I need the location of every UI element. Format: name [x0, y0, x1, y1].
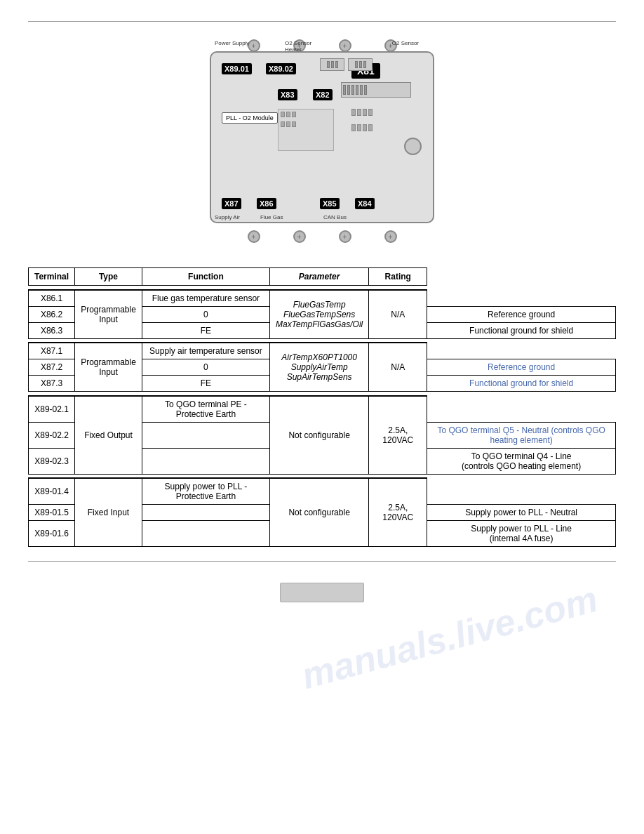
terminal-x89-02: X89.02: [266, 63, 296, 74]
cell-parameter: Not configurable: [269, 478, 368, 547]
col-rating: Rating: [369, 268, 427, 286]
terminal-x87: X87: [222, 198, 241, 209]
table-row: X87.1 ProgrammableInput Supply air tempe…: [29, 343, 616, 359]
cell-type: Fixed Output: [75, 396, 142, 475]
label-flue-gas: Flue Gas: [260, 214, 283, 220]
cell-terminal: X89-02.3: [29, 448, 75, 474]
connector-block-2: [348, 58, 373, 71]
cell-function-text: To QGO terminal Q5 - Neutral (controls Q…: [427, 422, 616, 448]
connector-block-1: [320, 58, 344, 71]
bolt-bottom-3: [339, 230, 351, 243]
label-supply-air: Supply Air: [215, 214, 240, 220]
cell-terminal: X87.3: [29, 376, 75, 392]
terminal-x82: X82: [313, 89, 333, 100]
table-row: X89-01.4 Fixed Input Supply power to PLL…: [29, 478, 616, 505]
cell-parameter: Not configurable: [269, 396, 368, 475]
cell-parameter: FlueGasTempFlueGasTempSensMaxTempFlGasGa…: [269, 290, 368, 339]
cell-parameter: AirTempX60PT1000SupplyAirTempSupAirTempS…: [269, 343, 368, 392]
bolt-bottom-1: [248, 230, 260, 243]
cell-function: FE: [142, 376, 269, 392]
cell-function: 0: [142, 359, 269, 376]
bottom-button-area: [28, 583, 616, 602]
label-o2-sensor: O2 Sensor: [392, 40, 419, 46]
cell-terminal: X87.2: [29, 359, 75, 376]
cell-rating: N/A: [369, 343, 427, 392]
label-can-bus: CAN Bus: [323, 214, 347, 220]
cell-terminal: X86.3: [29, 322, 75, 338]
cell-function: To QGO terminal PE - Protective Earth: [142, 396, 269, 423]
terminal-table: Terminal Type Function Parameter Rating …: [28, 267, 616, 547]
terminal-x89-01: X89.01: [222, 63, 252, 74]
label-power-supply: Power Supply: [215, 40, 249, 46]
cell-function-text: Supply power to PLL - Line(internal 4A f…: [427, 521, 616, 547]
cell-function-text: Reference ground: [427, 359, 616, 376]
page-button[interactable]: [280, 583, 364, 602]
table-row: X89-02.1 Fixed Output To QGO terminal PE…: [29, 396, 616, 423]
cell-rating: 2.5A, 120VAC: [369, 478, 427, 547]
cell-terminal: X89-02.2: [29, 422, 75, 448]
terminal-x85: X85: [320, 198, 340, 209]
cell-rating: 2.5A, 120VAC: [369, 396, 427, 475]
top-rule: [28, 21, 616, 22]
right-connectors: [351, 109, 422, 158]
terminal-x86: X86: [257, 198, 276, 209]
cell-rating: N/A: [369, 290, 427, 339]
cell-function-text: Functional ground for shield: [427, 322, 616, 338]
col-parameter: Parameter: [269, 268, 368, 286]
cell-function: 0: [142, 306, 269, 322]
bolt-bottom-2: [293, 230, 306, 243]
cell-function-text: Supply power to PLL - Neutral: [427, 505, 616, 521]
spare-connectors: [341, 82, 411, 98]
bolt-bottom-4: [384, 230, 397, 243]
cell-function: FE: [142, 322, 269, 338]
cell-terminal: X89-02.1: [29, 396, 75, 423]
table-row: X86.1 ProgrammableInput Flue gas tempera…: [29, 290, 616, 307]
cell-terminal: X86.2: [29, 306, 75, 322]
cell-function: Supply power to PLL - Protective Earth: [142, 478, 269, 505]
bolt-top-3: [339, 39, 351, 52]
terminal-x84: X84: [355, 198, 375, 209]
label-o2-heater: O2 SensorHeater: [285, 40, 311, 53]
cell-terminal: X89-01.4: [29, 478, 75, 505]
cell-type: ProgrammableInput: [75, 290, 142, 339]
page-container: Power Supply O2 SensorHeater O2 Sensor X…: [0, 0, 644, 834]
cell-function-text: Reference ground: [427, 306, 616, 322]
cell-function: Flue gas temperature sensor: [142, 290, 269, 307]
center-connectors: [278, 109, 334, 151]
cell-type: ProgrammableInput: [75, 343, 142, 392]
col-type: Type: [75, 268, 142, 286]
cell-function-text: To QGO terminal Q4 - Line(controls QGO h…: [427, 448, 616, 474]
bottom-rule: [28, 561, 616, 562]
pll-label-box: PLL - O2 Module: [222, 112, 278, 124]
cell-terminal: X87.1: [29, 343, 75, 359]
terminal-x83: X83: [278, 89, 297, 100]
cell-terminal: X89-01.5: [29, 505, 75, 521]
diagram-section: Power Supply O2 SensorHeater O2 Sensor X…: [28, 36, 616, 246]
cell-function: Supply air temperature sensor: [142, 343, 269, 359]
cell-terminal: X89-01.6: [29, 521, 75, 547]
col-terminal: Terminal: [29, 268, 75, 286]
col-function: Function: [142, 268, 269, 286]
cell-terminal: X86.1: [29, 290, 75, 307]
cell-function-text: Functional ground for shield: [427, 376, 616, 392]
cell-type: Fixed Input: [75, 478, 142, 547]
